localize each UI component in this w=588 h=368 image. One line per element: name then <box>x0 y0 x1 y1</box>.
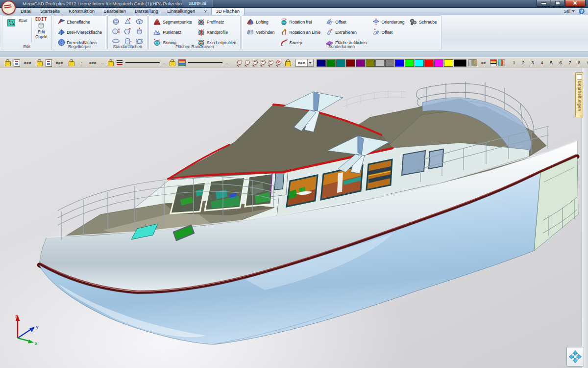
ribbon-item-drei-viereckfläche[interactable]: Drei-/Viereckfläche <box>56 27 104 37</box>
palette-swatch-000080[interactable] <box>317 59 326 67</box>
ribbon-item-sphere-wire[interactable] <box>111 16 121 26</box>
lock-icon[interactable] <box>170 61 175 66</box>
layer-number-2[interactable]: 2 <box>519 60 528 65</box>
menu-tab-[interactable]: ? <box>199 7 211 15</box>
ribbon-item-offset[interactable]: Offset <box>370 27 406 37</box>
minimize-icon[interactable] <box>537 0 550 7</box>
palette-swatch-800000[interactable] <box>346 59 355 67</box>
line-width-preview[interactable] <box>125 62 160 63</box>
layer-number-1[interactable]: 1 <box>510 60 519 65</box>
pen-value[interactable]: ### <box>89 61 97 65</box>
ribbon-item-profilnetz[interactable]: Profilnetz <box>196 17 238 27</box>
ribbon-item-ebenefläche[interactable]: Ebenefläche <box>56 17 104 27</box>
menu-tab-datei[interactable]: Datei <box>16 7 36 15</box>
line-style-icon[interactable] <box>178 59 186 66</box>
ribbon-item-sphere-up[interactable] <box>123 26 132 36</box>
help-icon[interactable]: ? <box>578 8 585 15</box>
panel-tab-page-icon <box>577 74 582 79</box>
palette-swatch-ff0000[interactable] <box>424 59 434 67</box>
lock-icon[interactable] <box>108 61 114 66</box>
palette-swatch-808080[interactable] <box>385 59 394 67</box>
lock-icon[interactable] <box>37 61 43 66</box>
palette-swatch-0000ff[interactable] <box>395 59 404 67</box>
ribbon-item-punktnetz[interactable]: Punktnetz <box>151 27 194 37</box>
viewport-3d[interactable]: Z Y X <box>0 68 588 368</box>
dropdown-dash[interactable]: ‒ <box>163 60 166 65</box>
menu-tab-darstellung[interactable]: Darstellung <box>130 7 163 15</box>
ribbon-item-offset[interactable]: Offset <box>324 17 368 27</box>
ribbon-item-cone-up[interactable] <box>123 16 132 26</box>
ribbon-item-randprofile[interactable]: Randprofile <box>196 27 238 37</box>
layer-number-3[interactable]: 3 <box>528 60 538 65</box>
panel-tab-bearbeitungen[interactable]: Bearbeitungen <box>575 72 583 117</box>
menu-tab-einstellungen[interactable]: Einstellungen <box>163 7 199 15</box>
hatch-style-icon[interactable] <box>498 59 505 66</box>
ribbon-item-start[interactable]: Start <box>5 17 29 29</box>
menu-tab-bearbeiten[interactable]: Bearbeiten <box>99 7 130 15</box>
color-combo[interactable]: ### <box>295 59 314 67</box>
ribbon-group-label: Edit <box>2 44 51 49</box>
ribbon-item-cyl-up[interactable] <box>135 26 144 36</box>
palette-swatch-808000[interactable] <box>366 59 375 67</box>
ribbon-item-lofting[interactable]: Lofting <box>245 17 276 27</box>
menu-tab-3d-flächen[interactable]: 3D Flächen <box>211 7 245 15</box>
layer-number-8[interactable]: 8 <box>575 60 584 65</box>
palette-swatch-00ffff[interactable] <box>415 59 424 67</box>
sphere-up-icon <box>123 27 132 35</box>
ribbon-item-verbinden[interactable]: Verbinden <box>245 27 276 37</box>
pen-number[interactable]: ## <box>481 61 486 65</box>
layer-document-icon[interactable] <box>46 59 52 67</box>
zoom-plus-icon[interactable]: + <box>260 59 267 66</box>
style-menu[interactable]: Stil <box>564 8 575 14</box>
ribbon-item-label: Start <box>19 18 27 23</box>
ribbon-item-orientierung[interactable]: Orientierung <box>370 17 406 27</box>
zoom-previous-icon[interactable] <box>244 59 251 66</box>
ribbon-item-edit-objekt[interactable]: EDITEditObjekt <box>34 17 49 43</box>
layer-value[interactable]: ### <box>56 61 63 65</box>
zoom-in-icon[interactable]: + <box>252 59 259 66</box>
palette-swatch-008080[interactable] <box>336 59 345 67</box>
palette-swatch-ff00ff[interactable] <box>434 59 443 67</box>
layer-number-7[interactable]: 7 <box>565 60 575 65</box>
line-style-preview[interactable] <box>188 62 222 63</box>
layer-number-4[interactable]: 4 <box>538 60 547 65</box>
group-document-icon[interactable] <box>14 59 20 67</box>
zoom-rotate-icon[interactable]: ↻ <box>275 59 282 66</box>
menu-tab-startseite[interactable]: Startseite <box>36 7 64 15</box>
group-value[interactable]: ### <box>24 61 31 65</box>
lock-icon[interactable] <box>5 61 11 66</box>
line-width-icon[interactable] <box>117 60 123 66</box>
lock-icon[interactable] <box>285 61 291 66</box>
ribbon-item-rotation-an-linie[interactable]: Rotation an Linie <box>278 27 322 37</box>
zoom-minus-icon[interactable]: − <box>268 59 274 66</box>
palette-swatch-000000[interactable] <box>454 59 466 67</box>
boat-3d-model <box>0 68 588 368</box>
layer-number-6[interactable]: 6 <box>556 60 565 65</box>
color-list-icon[interactable] <box>490 59 497 66</box>
chevron-down-icon[interactable] <box>307 59 313 66</box>
material-palette-icon[interactable] <box>468 59 477 66</box>
menu-tab-konstruktion[interactable]: Konstruktion <box>64 7 99 15</box>
pan-view-button[interactable] <box>566 347 584 367</box>
lock-icon[interactable] <box>69 61 74 66</box>
palette-swatch-800080[interactable] <box>356 59 365 67</box>
dropdown-dash[interactable]: ‒ <box>101 60 104 65</box>
ribbon-item-box-open[interactable] <box>135 16 144 26</box>
palette-swatch-ffff00[interactable] <box>444 59 453 67</box>
dropdown-dash[interactable]: ‒ <box>226 60 228 65</box>
palette-swatch-c0c0c0[interactable] <box>375 59 385 67</box>
ribbon-item-segmentpunkte[interactable]: Segmentpunkte <box>151 17 194 27</box>
close-icon[interactable] <box>565 0 586 7</box>
ribbon-item-extrahieren[interactable]: Extrahieren <box>324 27 368 37</box>
layer-number-9[interactable]: 9 <box>584 60 588 65</box>
ribbon-item-rotation-frei[interactable]: Rotation frei <box>278 17 322 27</box>
layer-number-5[interactable]: 5 <box>547 60 556 65</box>
chevron-down-icon <box>572 10 575 12</box>
palette-swatch-00ff00[interactable] <box>405 59 414 67</box>
document-tab[interactable]: SURF.ini <box>182 0 213 7</box>
ribbon-item-schraube[interactable]: Schraube <box>408 17 438 27</box>
zoom-window-icon[interactable]: ▫ <box>236 59 243 66</box>
palette-swatch-008000[interactable] <box>326 59 336 67</box>
ribbon-item-sphere-hr[interactable]: HR <box>111 26 121 36</box>
maximize-icon[interactable] <box>551 0 564 7</box>
